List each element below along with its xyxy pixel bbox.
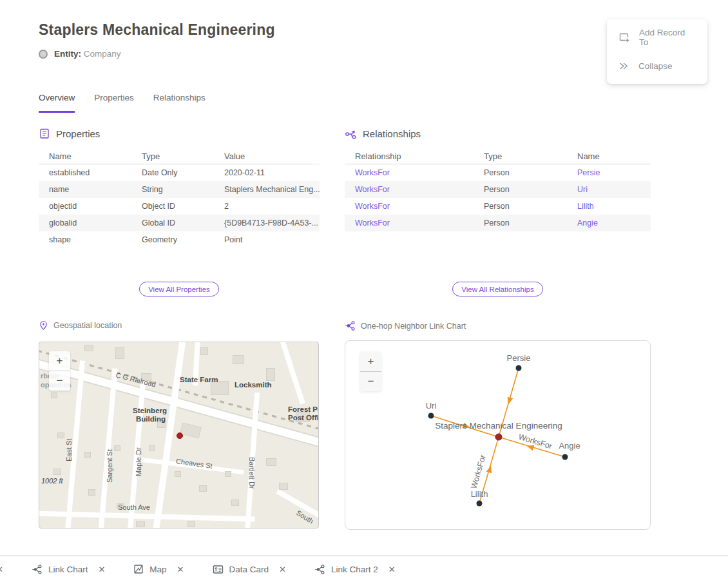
node-label-angie: Angie bbox=[559, 441, 580, 451]
table-row: shape Geometry Point bbox=[39, 231, 320, 248]
node-label-persie: Persie bbox=[507, 353, 531, 363]
map-building bbox=[266, 458, 276, 466]
tab-overview[interactable]: Overview bbox=[39, 93, 75, 113]
map-location-marker[interactable] bbox=[177, 432, 183, 439]
map-building bbox=[88, 489, 95, 496]
table-row: WorksFor Person Uri bbox=[345, 181, 651, 198]
table-row: objectid Object ID 2 bbox=[39, 198, 320, 215]
map-building bbox=[53, 469, 61, 475]
table-row: WorksFor Person Persie bbox=[345, 164, 651, 181]
add-record-to-menu-item[interactable]: Add Record To bbox=[607, 23, 707, 52]
relationship-link[interactable]: WorksFor bbox=[345, 202, 474, 211]
map-building bbox=[266, 368, 275, 381]
link-chart-graph: WorksFor WorksFor Persie Uri Angie Lilit… bbox=[345, 341, 651, 530]
relationships-table-header: Relationship Type Name bbox=[345, 148, 651, 164]
map-building bbox=[180, 423, 201, 439]
collapse-label: Collapse bbox=[638, 61, 673, 71]
node-uri[interactable] bbox=[428, 413, 434, 419]
close-tab-icon[interactable]: ✕ bbox=[279, 565, 286, 574]
col-header-type: Type bbox=[474, 151, 567, 161]
view-all-relationships-button[interactable]: View All Relationships bbox=[452, 282, 542, 296]
link-chart-section-title: One-hop Neighbor Link Chart bbox=[361, 322, 466, 331]
bottom-tab-link-chart-2[interactable]: Link Chart 2 ✕ bbox=[314, 564, 396, 575]
map-label-maple-dr: Maple Dr bbox=[135, 447, 142, 476]
col-header-name: Name bbox=[567, 151, 651, 161]
map-zoom-out-button[interactable]: − bbox=[49, 371, 70, 391]
map-label-sargent-st: Sargent St bbox=[106, 449, 113, 483]
bottom-tab-link-chart[interactable]: Link Chart ✕ bbox=[32, 564, 105, 575]
tab-properties[interactable]: Properties bbox=[94, 93, 134, 113]
map-road bbox=[276, 489, 319, 529]
map-label-steinberg: Building bbox=[136, 415, 166, 423]
table-row: established Date Only 2020-02-11 bbox=[39, 164, 320, 181]
map-label-locksmith: Locksmith bbox=[235, 381, 272, 389]
geospatial-section-header: Geospatial location bbox=[39, 320, 122, 331]
add-record-icon bbox=[618, 32, 630, 43]
close-tab-icon[interactable]: ✕ bbox=[388, 565, 396, 574]
context-menu: Add Record To Collapse bbox=[607, 19, 707, 84]
chart-zoom-in-button[interactable]: + bbox=[360, 352, 381, 371]
map-building bbox=[233, 355, 244, 364]
geospatial-section-title: Geospatial location bbox=[53, 321, 122, 330]
bottom-tab-bar: ✕ Link Chart ✕ Map ✕ Data Card ✕ bbox=[0, 556, 728, 582]
map-label-east-st: East St bbox=[65, 439, 73, 461]
bottom-tab-data-card[interactable]: Data Card ✕ bbox=[213, 565, 286, 574]
entity-label: Entity: Company bbox=[54, 49, 121, 59]
link-chart-zoom-control: + − bbox=[360, 352, 381, 391]
double-chevron-right-icon bbox=[618, 61, 629, 72]
bottom-tab-label: Link Chart bbox=[48, 565, 88, 574]
col-header-name: Name bbox=[39, 151, 131, 161]
bottom-tab-label: Data Card bbox=[229, 565, 269, 574]
clipped-tab-close-icon[interactable]: ✕ bbox=[0, 565, 3, 574]
col-header-type: Type bbox=[131, 151, 214, 161]
map-building bbox=[84, 345, 93, 351]
properties-actions: View All Properties bbox=[39, 282, 320, 296]
bottom-tab-label: Link Chart 2 bbox=[331, 565, 378, 574]
edge-arrow bbox=[506, 397, 513, 405]
node-angie[interactable] bbox=[562, 454, 568, 460]
relationship-link[interactable]: WorksFor bbox=[345, 168, 474, 177]
related-entity-link[interactable]: Uri bbox=[567, 185, 651, 194]
map-pin-icon bbox=[39, 320, 48, 331]
map-building bbox=[136, 521, 145, 527]
map-building bbox=[225, 471, 231, 477]
related-entity-link[interactable]: Angie bbox=[567, 218, 651, 228]
map-road bbox=[278, 342, 305, 405]
bottom-tab-map[interactable]: Map ✕ bbox=[133, 564, 184, 574]
relationships-section-header: Relationships bbox=[345, 128, 421, 140]
node-persie[interactable] bbox=[516, 365, 522, 371]
tab-relationships[interactable]: Relationships bbox=[153, 93, 206, 113]
map-tab-icon bbox=[133, 564, 144, 574]
map-canvas[interactable]: rbour opaedics C G Railroad State Farm L… bbox=[39, 342, 319, 529]
map-label-forest-park: Post Offic bbox=[288, 414, 319, 422]
properties-section-header: Properties bbox=[39, 128, 100, 139]
map-building bbox=[187, 521, 195, 527]
relationships-actions: View All Relationships bbox=[345, 282, 651, 296]
close-tab-icon[interactable]: ✕ bbox=[177, 565, 184, 574]
map-building bbox=[114, 445, 120, 451]
map-zoom-in-button[interactable]: + bbox=[49, 351, 70, 371]
relationship-link[interactable]: WorksFor bbox=[345, 218, 474, 228]
node-center[interactable] bbox=[495, 434, 502, 440]
table-row: globalid Global ID {5D9B4713-F98D-4A53-.… bbox=[39, 215, 320, 231]
map-label-state-farm: State Farm bbox=[180, 376, 218, 383]
relationship-link[interactable]: WorksFor bbox=[345, 185, 474, 194]
data-card-tab-icon bbox=[213, 565, 224, 574]
map-building bbox=[51, 393, 57, 398]
node-lilith[interactable] bbox=[477, 501, 483, 507]
link-chart-tab-icon bbox=[32, 564, 43, 575]
map-label-south-ave: South Ave bbox=[118, 503, 150, 511]
bottom-tab-label: Map bbox=[149, 565, 166, 574]
entity-value: Company bbox=[84, 49, 121, 59]
chart-zoom-out-button[interactable]: − bbox=[360, 372, 381, 391]
view-all-properties-button[interactable]: View All Properties bbox=[139, 282, 219, 296]
collapse-menu-item[interactable]: Collapse bbox=[607, 52, 707, 80]
map-label-forest-park: Forest Par bbox=[288, 405, 319, 413]
related-entity-link[interactable]: Lilith bbox=[567, 202, 651, 211]
close-tab-icon[interactable]: ✕ bbox=[98, 565, 105, 574]
col-header-relationship: Relationship bbox=[345, 151, 474, 161]
relationships-section-title: Relationships bbox=[363, 128, 421, 139]
related-entity-link[interactable]: Persie bbox=[567, 168, 651, 177]
map-building bbox=[175, 471, 181, 477]
link-chart-canvas[interactable]: WorksFor WorksFor Persie Uri Angie Lilit… bbox=[345, 340, 651, 530]
